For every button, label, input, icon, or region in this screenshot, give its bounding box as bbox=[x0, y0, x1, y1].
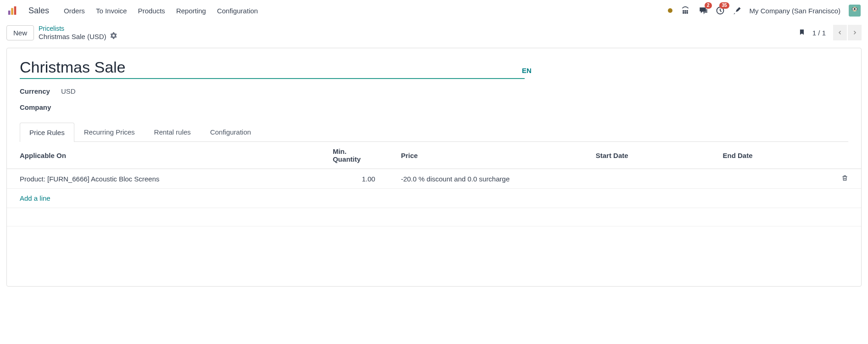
svg-point-8 bbox=[687, 12, 688, 13]
th-price[interactable]: Price bbox=[388, 142, 582, 169]
field-company: Company bbox=[20, 103, 848, 111]
svg-rect-13 bbox=[852, 8, 854, 10]
tabs: Price Rules Recurring Prices Rental rule… bbox=[20, 122, 848, 142]
breadcrumb-parent[interactable]: Pricelists bbox=[39, 25, 117, 32]
tab-rental-rules[interactable]: Rental rules bbox=[145, 122, 201, 141]
form-sheet: EN Currency USD Company Price Rules Recu… bbox=[6, 48, 862, 287]
svg-rect-1 bbox=[11, 8, 13, 15]
language-badge[interactable]: EN bbox=[522, 67, 532, 74]
breadcrumb-current-text: Christmas Sale (USD) bbox=[39, 33, 106, 40]
status-dot-icon bbox=[668, 8, 672, 13]
nav-orders[interactable]: Orders bbox=[64, 7, 85, 15]
company-label: Company bbox=[20, 103, 61, 111]
pager-prev-button[interactable] bbox=[833, 25, 847, 40]
app-logo-icon[interactable] bbox=[7, 6, 17, 16]
add-line-button[interactable]: Add a line bbox=[20, 194, 50, 202]
cell-applicable[interactable]: Product: [FURN_6666] Acoustic Bloc Scree… bbox=[7, 169, 320, 189]
currency-label: Currency bbox=[20, 87, 61, 95]
user-avatar[interactable] bbox=[849, 5, 861, 17]
nav-reporting[interactable]: Reporting bbox=[176, 7, 206, 15]
nav-configuration[interactable]: Configuration bbox=[217, 7, 258, 15]
th-start-date[interactable]: Start Date bbox=[583, 142, 710, 169]
table-row[interactable]: Product: [FURN_6666] Acoustic Bloc Scree… bbox=[7, 169, 861, 189]
messages-icon[interactable]: 2 bbox=[698, 6, 707, 15]
tab-configuration[interactable]: Configuration bbox=[201, 122, 261, 141]
cell-start[interactable] bbox=[583, 169, 710, 189]
messages-badge: 2 bbox=[705, 2, 712, 9]
activities-icon[interactable]: 35 bbox=[716, 6, 725, 15]
add-line-row: Add a line bbox=[7, 189, 861, 208]
nav-products[interactable]: Products bbox=[138, 7, 165, 15]
tab-price-rules[interactable]: Price Rules bbox=[20, 123, 74, 142]
svg-point-5 bbox=[687, 11, 688, 11]
bookmark-icon[interactable] bbox=[799, 28, 805, 38]
nav-to-invoice[interactable]: To Invoice bbox=[96, 7, 127, 15]
field-currency: Currency USD bbox=[20, 87, 848, 95]
topnav-right: 2 35 My Company (San Francisco) bbox=[668, 5, 861, 17]
pager-text[interactable]: 1 / 1 bbox=[812, 29, 826, 37]
control-bar: New Pricelists Christmas Sale (USD) 1 / … bbox=[0, 21, 868, 48]
svg-rect-0 bbox=[8, 11, 11, 15]
tab-recurring-prices[interactable]: Recurring Prices bbox=[74, 122, 145, 141]
svg-point-7 bbox=[685, 12, 686, 13]
top-nav: Sales Orders To Invoice Products Reporti… bbox=[0, 0, 868, 21]
dialer-icon[interactable] bbox=[681, 6, 690, 15]
gear-icon[interactable] bbox=[110, 32, 117, 40]
svg-point-3 bbox=[683, 11, 683, 11]
company-switcher[interactable]: My Company (San Francisco) bbox=[750, 7, 840, 15]
app-name[interactable]: Sales bbox=[28, 6, 49, 16]
svg-point-4 bbox=[685, 11, 686, 11]
svg-rect-2 bbox=[14, 6, 17, 15]
svg-point-6 bbox=[683, 12, 683, 13]
breadcrumb: Pricelists Christmas Sale (USD) bbox=[39, 25, 117, 40]
cell-end[interactable] bbox=[710, 169, 829, 189]
th-min-qty[interactable]: Min. Quantity bbox=[320, 142, 388, 169]
new-button[interactable]: New bbox=[6, 25, 34, 40]
currency-value[interactable]: USD bbox=[61, 87, 76, 95]
tools-icon[interactable] bbox=[733, 6, 741, 15]
th-end-date[interactable]: End Date bbox=[710, 142, 829, 169]
price-rules-table: Applicable On Min. Quantity Price Start … bbox=[7, 142, 861, 226]
delete-row-button[interactable] bbox=[829, 169, 861, 189]
breadcrumb-current: Christmas Sale (USD) bbox=[39, 32, 117, 40]
th-applicable[interactable]: Applicable On bbox=[7, 142, 320, 169]
activities-badge: 35 bbox=[719, 2, 729, 9]
title-input[interactable] bbox=[20, 58, 525, 79]
cell-min-qty[interactable]: 1.00 bbox=[320, 169, 388, 189]
control-bar-right: 1 / 1 bbox=[799, 25, 862, 40]
cell-price[interactable]: -20.0 % discount and 0.0 surcharge bbox=[388, 169, 582, 189]
empty-row bbox=[7, 208, 861, 226]
pager-next-button[interactable] bbox=[848, 25, 862, 40]
svg-rect-14 bbox=[855, 8, 857, 10]
